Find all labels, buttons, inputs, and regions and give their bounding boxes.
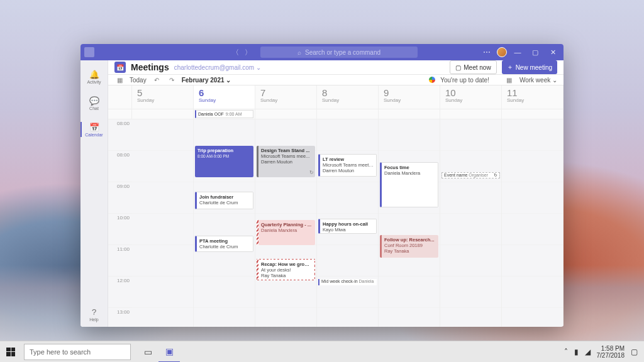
event-allday[interactable]: Daniela OOF 9:00 AM bbox=[195, 110, 253, 118]
minimize-button[interactable]: — bbox=[511, 45, 525, 59]
event-block[interactable]: LT review Microsoft Teams meeting Darren… bbox=[318, 154, 377, 177]
day-headers: 5Sunday 6Sunday 7Sunday 8Sunday 9Sunday … bbox=[132, 85, 564, 109]
recurrence-icon: ↻ bbox=[309, 170, 314, 176]
new-meeting-label: New meeting bbox=[516, 64, 552, 71]
day-column[interactable]: Trip preparation 8:00 AM-9:00 PM Join fu… bbox=[194, 119, 255, 327]
tray-clock[interactable]: 1:58 PM 7/27/2018 bbox=[597, 345, 625, 359]
event-block[interactable]: Quarterly Planning - ... Daniela Mandera bbox=[257, 220, 315, 245]
sync-status: You're up to date! bbox=[440, 77, 489, 84]
tray-chevron-icon[interactable]: ˄ bbox=[564, 348, 568, 356]
today-icon: ▦ bbox=[114, 75, 125, 85]
taskbar-search-input[interactable]: Type here to search bbox=[24, 344, 131, 360]
system-tray: ˄ ▮ ◢ 1:58 PM 7/27/2018 ▢ bbox=[564, 345, 645, 359]
hour-label: 13:00 bbox=[108, 308, 132, 327]
close-button[interactable]: ✕ bbox=[546, 45, 560, 59]
user-avatar[interactable] bbox=[497, 47, 507, 57]
today-button[interactable]: Today bbox=[130, 77, 147, 84]
event-time: 9:00 AM bbox=[226, 112, 242, 116]
day-column[interactable]: Focus time Daniela Mandera Follow up: Re… bbox=[379, 119, 440, 327]
rail-label: Calendar bbox=[85, 133, 103, 137]
day-header[interactable]: 10Sunday bbox=[440, 85, 502, 109]
maximize-button[interactable]: ▢ bbox=[528, 45, 542, 59]
rail-label: Activity bbox=[87, 80, 101, 84]
day-column[interactable]: Design Team Stand ... Microsoft Teams me… bbox=[255, 119, 317, 327]
search-icon: ⌕ bbox=[297, 49, 301, 56]
day-column[interactable]: Event name Organiser ↻ bbox=[440, 119, 502, 327]
history-nav: 〈 〉 bbox=[230, 47, 253, 57]
event-title: Trip preparation bbox=[197, 148, 251, 153]
account-email[interactable]: charlottedecrum@gmail.com ⌄ bbox=[174, 64, 261, 71]
page-header: 📅 Meetings charlottedecrum@gmail.com ⌄ ▢… bbox=[108, 60, 564, 75]
start-button[interactable] bbox=[0, 341, 21, 363]
event-block[interactable]: PTA meeting Charlotte de Crum bbox=[195, 236, 253, 252]
day-header-today[interactable]: 6Sunday bbox=[194, 85, 255, 109]
wifi-icon[interactable]: ◢ bbox=[585, 348, 591, 356]
event-title: Design Team Stand ... bbox=[261, 148, 313, 153]
event-time: 8:00 AM-9:00 PM bbox=[197, 154, 229, 158]
view-icon: ▦ bbox=[504, 75, 514, 85]
event-sub: Ray Tanaka bbox=[384, 248, 436, 254]
prev-week-button[interactable]: ↶ bbox=[152, 75, 162, 85]
search-placeholder: Type here to search bbox=[30, 348, 91, 356]
event-block[interactable]: Happy hours on-call Kayo Miwa bbox=[318, 219, 377, 234]
event-title: Mid week check-in bbox=[321, 279, 358, 283]
event-sub: Daniela bbox=[359, 279, 374, 283]
hour-label: 10:00 bbox=[108, 214, 132, 245]
meet-now-label: Meet now bbox=[464, 64, 491, 71]
event-title: Daniela OOF bbox=[198, 112, 224, 116]
rail-calendar[interactable]: 📅 Calendar bbox=[80, 117, 108, 142]
event-sub: Ray Tanaka bbox=[261, 273, 312, 278]
day-header[interactable]: 11Sunday bbox=[502, 85, 564, 109]
taskbar-teams-button[interactable]: ▣ bbox=[158, 341, 180, 363]
day-column[interactable] bbox=[132, 119, 194, 327]
command-search-input[interactable]: ⌕ Search or type a command bbox=[260, 47, 418, 58]
hour-labels: 08:00 08:00 09:00 10:00 11:00 12:00 13:0… bbox=[108, 119, 132, 327]
day-column[interactable]: LT review Microsoft Teams meeting Darren… bbox=[317, 119, 379, 327]
event-block[interactable]: Mid week check-in Daniela bbox=[318, 279, 377, 285]
event-block[interactable]: Design Team Stand ... Microsoft Teams me… bbox=[257, 146, 315, 177]
rail-help[interactable]: ? Help bbox=[80, 302, 108, 327]
task-view-button[interactable]: ▭ bbox=[137, 341, 158, 363]
rail-label: Chat bbox=[89, 106, 99, 111]
hour-label: 12:00 bbox=[108, 277, 132, 308]
forward-button[interactable]: 〉 bbox=[243, 47, 253, 57]
view-picker[interactable]: Work week ⌄ bbox=[519, 77, 557, 84]
event-title: Follow up: Research... bbox=[384, 237, 436, 243]
next-week-button[interactable]: ↷ bbox=[167, 75, 177, 85]
month-picker[interactable]: February 2021 ⌄ bbox=[182, 77, 231, 84]
chat-icon: 💬 bbox=[89, 96, 99, 106]
grid-corner bbox=[108, 85, 132, 109]
event-title: PTA meeting bbox=[199, 238, 250, 244]
day-header[interactable]: 8Sunday bbox=[317, 85, 379, 109]
clock-date: 7/27/2018 bbox=[597, 352, 625, 359]
event-title: Quarterly Planning - ... bbox=[261, 222, 313, 228]
event-title: Focus time bbox=[384, 165, 435, 170]
more-options-button[interactable]: ⋯ bbox=[480, 48, 493, 57]
rail-chat[interactable]: 💬 Chat bbox=[80, 90, 108, 116]
rail-activity[interactable]: 🔔 Activity bbox=[80, 64, 108, 89]
new-meeting-button[interactable]: ＋ New meeting bbox=[502, 60, 557, 74]
rail-label: Help bbox=[89, 317, 98, 322]
event-sub: Charlotte de Crum bbox=[199, 200, 250, 206]
allday-corner bbox=[108, 109, 132, 119]
day-header[interactable]: 9Sunday bbox=[379, 85, 440, 109]
event-block[interactable]: Focus time Daniela Mandera bbox=[380, 162, 438, 207]
notifications-icon[interactable]: ▢ bbox=[631, 348, 638, 356]
day-header[interactable]: 7Sunday bbox=[255, 85, 317, 109]
hour-label: 08:00 bbox=[108, 151, 132, 182]
day-header[interactable]: 5Sunday bbox=[132, 85, 194, 109]
event-block[interactable]: Trip preparation 8:00 AM-9:00 PM bbox=[195, 146, 253, 177]
event-block[interactable]: Recap: How we grow - II At your desks! R… bbox=[257, 259, 315, 280]
back-button[interactable]: 〈 bbox=[230, 47, 240, 57]
event-draft[interactable]: Event name Organiser ↻ bbox=[441, 172, 500, 178]
meet-now-button[interactable]: ▢ Meet now bbox=[450, 60, 496, 74]
titlebar: 〈 〉 ⌕ Search or type a command ⋯ — ▢ ✕ bbox=[80, 44, 564, 60]
battery-icon[interactable]: ▮ bbox=[574, 348, 579, 356]
event-sub: Conf Room 20189 bbox=[384, 243, 436, 248]
event-sub: At your desks! bbox=[261, 267, 312, 273]
event-sub: Kayo Miwa bbox=[323, 227, 374, 233]
event-block[interactable]: Follow up: Research... Conf Room 20189 R… bbox=[380, 235, 438, 258]
event-block[interactable]: Join fundraiser Charlotte de Crum bbox=[195, 192, 253, 209]
page-title: Meetings bbox=[131, 62, 169, 72]
day-column[interactable] bbox=[502, 119, 564, 327]
